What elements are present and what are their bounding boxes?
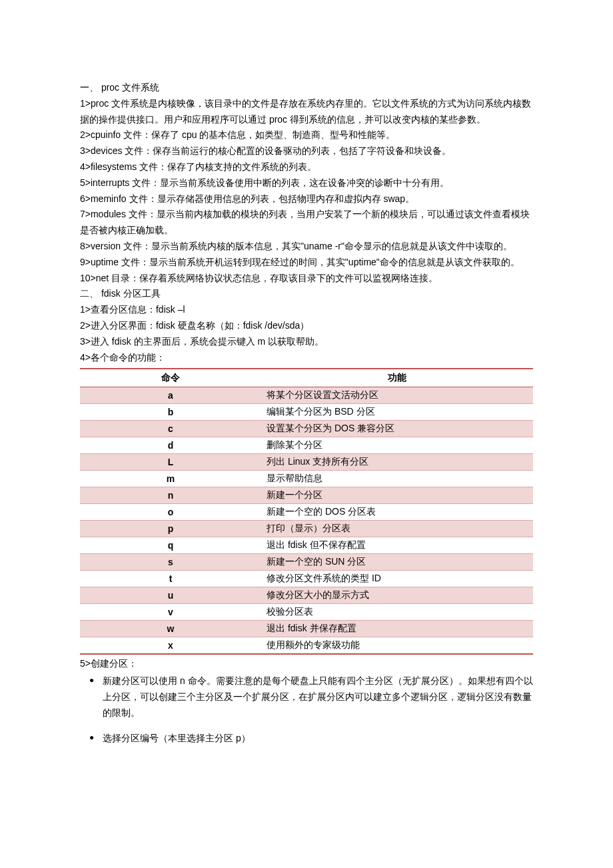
cmd-cell: t xyxy=(80,571,261,587)
table-row: p打印（显示）分区表 xyxy=(80,521,533,537)
table-row: o新建一个空的 DOS 分区表 xyxy=(80,504,533,521)
desc-cell: 设置某个分区为 DOS 兼容分区 xyxy=(261,421,533,437)
section2-item: 2>进入分区界面：fdisk 硬盘名称（如：fdisk /dev/sda） xyxy=(80,318,533,334)
table-row: L列出 Linux 支持所有分区 xyxy=(80,454,533,471)
desc-cell: 退出 fdisk 但不保存配置 xyxy=(261,537,533,554)
section1-item: 8>version 文件：显示当前系统内核的版本信息，其实"uname -r"命… xyxy=(80,239,533,255)
section2-item: 4>各个命令的功能： xyxy=(80,350,533,366)
cmd-cell: b xyxy=(80,404,261,421)
cmd-cell: o xyxy=(80,504,261,521)
table-row: t修改分区文件系统的类型 ID xyxy=(80,571,533,587)
table-row: a将某个分区设置文活动分区 xyxy=(80,387,533,404)
section1-item: 2>cpuinfo 文件：保存了 cpu 的基本信息，如类型、制造商、型号和性能… xyxy=(80,127,533,143)
document-page: 一、 proc 文件系统 1>proc 文件系统是内核映像，该目录中的文件是存放… xyxy=(0,0,613,782)
cmd-cell: c xyxy=(80,421,261,437)
cmd-cell: s xyxy=(80,554,261,571)
fdisk-command-table: 命令 功能 a将某个分区设置文活动分区b编辑某个分区为 BSD 分区c设置某个分… xyxy=(80,368,533,655)
table-header-func: 功能 xyxy=(261,369,533,387)
desc-cell: 列出 Linux 支持所有分区 xyxy=(261,454,533,471)
section1-item: 10>net 目录：保存着系统网络协议状态信息，存取该目录下的文件可以监视网络连… xyxy=(80,271,533,287)
desc-cell: 编辑某个分区为 BSD 分区 xyxy=(261,404,533,421)
table-header-cmd: 命令 xyxy=(80,369,261,387)
desc-cell: 校验分区表 xyxy=(261,604,533,621)
cmd-cell: d xyxy=(80,437,261,454)
section1-item: 9>uptime 文件：显示当前系统开机运转到现在经过的时间，其实"uptime… xyxy=(80,255,533,271)
section1-item: 7>modules 文件：显示当前内核加载的模块的列表，当用户安装了一个新的模块… xyxy=(80,207,533,239)
list-item: 选择分区编号（本里选择主分区 p） xyxy=(80,731,533,747)
cmd-cell: x xyxy=(80,637,261,655)
table-row: u修改分区大小的显示方式 xyxy=(80,587,533,604)
section1-item: 6>meminfo 文件：显示存储器使用信息的列表，包括物理内存和虚拟内存 sw… xyxy=(80,191,533,207)
table-row: c设置某个分区为 DOS 兼容分区 xyxy=(80,421,533,437)
table-body: a将某个分区设置文活动分区b编辑某个分区为 BSD 分区c设置某个分区为 DOS… xyxy=(80,387,533,655)
cmd-cell: q xyxy=(80,537,261,554)
table-row: n新建一个分区 xyxy=(80,487,533,504)
cmd-cell: m xyxy=(80,471,261,487)
table-row: q退出 fdisk 但不保存配置 xyxy=(80,537,533,554)
desc-cell: 使用额外的专家级功能 xyxy=(261,637,533,655)
cmd-cell: L xyxy=(80,454,261,471)
section1-item: 5>interrupts 文件：显示当前系统设备使用中断的列表，这在设备冲突的诊… xyxy=(80,175,533,191)
list-item: 新建分区可以使用 n 命令。需要注意的是每个硬盘上只能有四个主分区（无扩展分区）… xyxy=(80,673,533,721)
cmd-cell: w xyxy=(80,621,261,637)
table-row: b编辑某个分区为 BSD 分区 xyxy=(80,404,533,421)
desc-cell: 新建一个空的 SUN 分区 xyxy=(261,554,533,571)
section2-item: 1>查看分区信息：fdisk –l xyxy=(80,302,533,318)
desc-cell: 将某个分区设置文活动分区 xyxy=(261,387,533,404)
cmd-cell: v xyxy=(80,604,261,621)
table-row: s新建一个空的 SUN 分区 xyxy=(80,554,533,571)
desc-cell: 新建一个分区 xyxy=(261,487,533,504)
desc-cell: 删除某个分区 xyxy=(261,437,533,454)
section1-item: 4>filesystems 文件：保存了内核支持的文件系统的列表。 xyxy=(80,159,533,175)
table-row: w退出 fdisk 并保存配置 xyxy=(80,621,533,637)
section2-item5: 5>创建分区： xyxy=(80,656,533,672)
section1-title: 一、 proc 文件系统 xyxy=(80,80,533,96)
desc-cell: 显示帮助信息 xyxy=(261,471,533,487)
section2-title: 二、 fdisk 分区工具 xyxy=(80,286,533,302)
section1-item: 3>devices 文件：保存当前运行的核心配置的设备驱动的列表，包括了字符设备… xyxy=(80,143,533,159)
desc-cell: 修改分区大小的显示方式 xyxy=(261,587,533,604)
table-row: v校验分区表 xyxy=(80,604,533,621)
cmd-cell: n xyxy=(80,487,261,504)
table-row: d删除某个分区 xyxy=(80,437,533,454)
cmd-cell: a xyxy=(80,387,261,404)
cmd-cell: u xyxy=(80,587,261,604)
desc-cell: 新建一个空的 DOS 分区表 xyxy=(261,504,533,521)
section2-item: 3>进入 fdisk 的主界面后，系统会提示键入 m 以获取帮助。 xyxy=(80,334,533,350)
desc-cell: 修改分区文件系统的类型 ID xyxy=(261,571,533,587)
section1-item: 1>proc 文件系统是内核映像，该目录中的文件是存放在系统内存里的。它以文件系… xyxy=(80,96,533,128)
desc-cell: 打印（显示）分区表 xyxy=(261,521,533,537)
table-row: x使用额外的专家级功能 xyxy=(80,637,533,655)
bullet-list: 新建分区可以使用 n 命令。需要注意的是每个硬盘上只能有四个主分区（无扩展分区）… xyxy=(80,673,533,746)
table-row: m显示帮助信息 xyxy=(80,471,533,487)
cmd-cell: p xyxy=(80,521,261,537)
desc-cell: 退出 fdisk 并保存配置 xyxy=(261,621,533,637)
table-header-row: 命令 功能 xyxy=(80,369,533,387)
